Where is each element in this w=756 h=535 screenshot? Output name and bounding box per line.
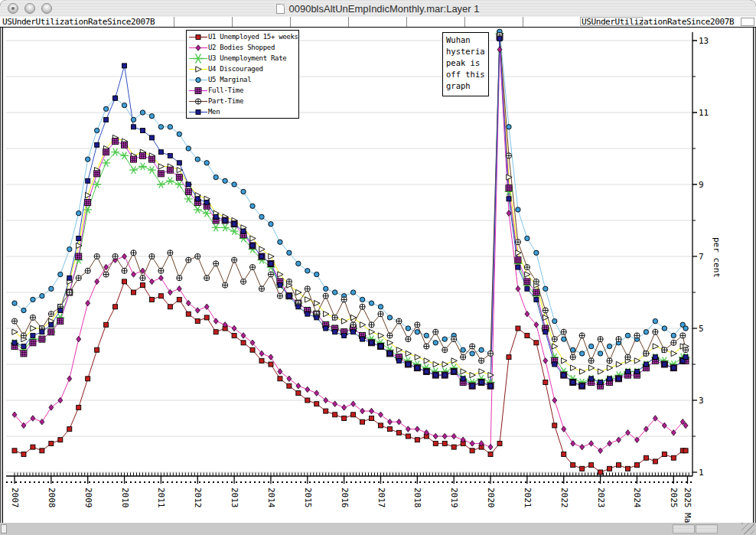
svg-text:2009: 2009: [83, 488, 93, 508]
men-marker-icon: [188, 107, 208, 117]
svg-text:2011: 2011: [156, 488, 166, 508]
pane-splitter-button[interactable]: [673, 524, 695, 533]
svg-text:2014: 2014: [266, 488, 276, 508]
legend-label: U3 Unemployment Rate: [208, 54, 286, 62]
legend-item-u1: U1 Unemployed 15+ weeks: [188, 31, 298, 42]
legend-item-parttime: Part-Time: [188, 96, 298, 106]
svg-text:2015: 2015: [303, 488, 313, 508]
chart-canvas[interactable]: 135791113per cent20072008200920102011201…: [0, 0, 756, 535]
legend-label: Full-Time: [208, 86, 243, 94]
svg-text:2025: 2025: [669, 488, 679, 508]
svg-text:9: 9: [699, 180, 704, 190]
svg-text:2013: 2013: [230, 488, 240, 508]
parttime-marker-icon: [188, 96, 208, 106]
svg-text:per cent: per cent: [712, 237, 722, 278]
svg-text:2010: 2010: [120, 488, 130, 508]
legend-item-u5: U5 Marginal: [188, 74, 298, 85]
svg-text:2012: 2012: [193, 488, 203, 508]
bottom-bar: [0, 523, 756, 535]
svg-text:2017: 2017: [376, 488, 386, 508]
legend-label: U1 Unemployed 15+ weeks: [208, 33, 298, 41]
svg-text:2023: 2023: [596, 488, 606, 508]
resize-grip[interactable]: [741, 523, 754, 534]
svg-text:2021: 2021: [523, 488, 533, 508]
legend-item-u3: U3 Unemployment Rate: [188, 53, 298, 64]
legend-item-u2: U2 Bodies Shopped: [188, 42, 298, 53]
legend-label: Part-Time: [208, 97, 243, 105]
u2-marker-icon: [188, 43, 208, 53]
svg-text:2018: 2018: [412, 488, 422, 508]
svg-text:3: 3: [699, 396, 704, 406]
u1-marker-icon: [188, 32, 208, 42]
u3-marker-icon: [188, 54, 208, 64]
svg-text:2020: 2020: [486, 488, 496, 508]
hscroll-stub[interactable]: [1, 524, 7, 533]
svg-text:2008: 2008: [47, 488, 57, 508]
svg-text:13: 13: [699, 36, 709, 46]
legend-item-men: Men: [188, 106, 298, 117]
legend-item-fulltime: Full-Time: [188, 85, 298, 96]
fulltime-marker-icon: [188, 86, 208, 96]
legend-label: U2 Bodies Shopped: [208, 44, 275, 51]
annotation-box: Wuhan hysteria peak is off this graph: [442, 32, 489, 96]
svg-text:11: 11: [699, 108, 709, 118]
svg-text:5: 5: [699, 324, 704, 334]
legend-item-u4: U4 Discouraged: [188, 64, 298, 74]
app-window: 0090blsAltUnEmpIndicMonthly.mar:Layer 1 …: [0, 0, 756, 535]
svg-text:2016: 2016: [340, 488, 350, 508]
u5-marker-icon: [188, 75, 208, 85]
legend-label: U4 Discouraged: [208, 65, 263, 73]
u4-marker-icon: [188, 64, 208, 74]
legend-label: Men: [208, 108, 220, 116]
svg-text:2022: 2022: [559, 488, 569, 508]
legend-box: U1 Unemployed 15+ weeks U2 Bodies Shoppe…: [186, 30, 299, 119]
svg-text:2019: 2019: [449, 488, 459, 508]
legend-label: U5 Marginal: [208, 76, 251, 83]
svg-text:1: 1: [699, 468, 704, 478]
svg-text:2024: 2024: [632, 488, 642, 508]
pane-splitter-button[interactable]: [696, 524, 718, 533]
svg-text:7: 7: [699, 252, 704, 262]
svg-text:2007: 2007: [10, 488, 20, 508]
